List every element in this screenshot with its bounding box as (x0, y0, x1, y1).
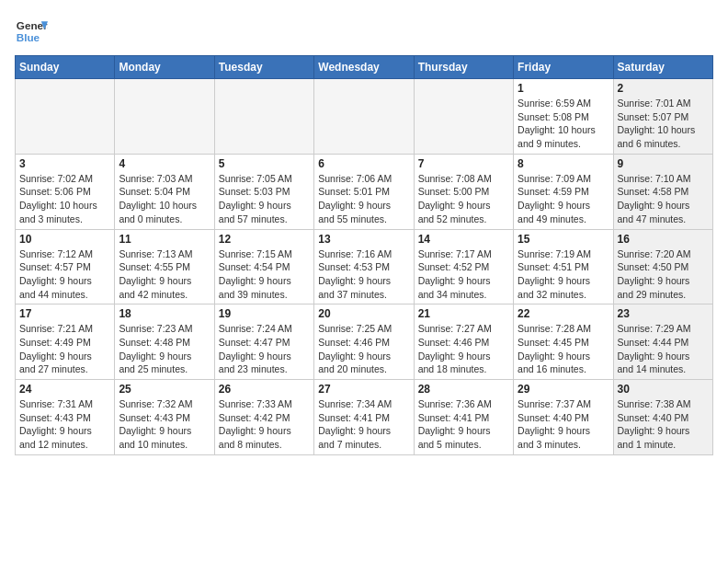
calendar-week: 10Sunrise: 7:12 AM Sunset: 4:57 PM Dayli… (16, 229, 713, 304)
calendar: SundayMondayTuesdayWednesdayThursdayFrid… (15, 55, 713, 455)
calendar-cell: 10Sunrise: 7:12 AM Sunset: 4:57 PM Dayli… (16, 229, 115, 304)
day-number: 29 (518, 383, 609, 396)
calendar-cell (314, 79, 414, 155)
calendar-cell (214, 79, 313, 155)
day-info: Sunrise: 7:06 AM Sunset: 5:01 PM Dayligh… (318, 172, 409, 226)
calendar-cell: 1Sunrise: 6:59 AM Sunset: 5:08 PM Daylig… (514, 79, 613, 155)
weekday-header: Friday (514, 56, 613, 79)
day-number: 13 (318, 233, 409, 246)
calendar-cell: 27Sunrise: 7:34 AM Sunset: 4:41 PM Dayli… (314, 380, 414, 455)
calendar-cell: 16Sunrise: 7:20 AM Sunset: 4:50 PM Dayli… (613, 229, 712, 304)
calendar-cell: 21Sunrise: 7:27 AM Sunset: 4:46 PM Dayli… (414, 304, 513, 380)
calendar-week: 1Sunrise: 6:59 AM Sunset: 5:08 PM Daylig… (16, 79, 713, 155)
day-info: Sunrise: 7:24 AM Sunset: 4:47 PM Dayligh… (219, 322, 310, 376)
day-number: 19 (219, 307, 310, 320)
calendar-cell: 9Sunrise: 7:10 AM Sunset: 4:58 PM Daylig… (613, 154, 712, 229)
calendar-cell: 5Sunrise: 7:05 AM Sunset: 5:03 PM Daylig… (214, 154, 313, 229)
day-number: 1 (518, 82, 609, 95)
day-info: Sunrise: 6:59 AM Sunset: 5:08 PM Dayligh… (518, 97, 609, 151)
calendar-cell: 11Sunrise: 7:13 AM Sunset: 4:55 PM Dayli… (115, 229, 214, 304)
day-info: Sunrise: 7:37 AM Sunset: 4:40 PM Dayligh… (518, 397, 609, 452)
day-number: 9 (618, 157, 709, 170)
day-info: Sunrise: 7:01 AM Sunset: 5:07 PM Dayligh… (618, 97, 709, 151)
day-number: 7 (418, 157, 509, 170)
day-number: 17 (19, 307, 110, 320)
day-number: 27 (318, 383, 409, 396)
calendar-cell: 28Sunrise: 7:36 AM Sunset: 4:41 PM Dayli… (414, 380, 513, 455)
day-info: Sunrise: 7:32 AM Sunset: 4:43 PM Dayligh… (119, 397, 210, 452)
calendar-cell: 26Sunrise: 7:33 AM Sunset: 4:42 PM Dayli… (214, 380, 313, 455)
logo-icon: General Blue (15, 15, 48, 48)
day-number: 22 (518, 307, 609, 320)
day-info: Sunrise: 7:31 AM Sunset: 4:43 PM Dayligh… (19, 397, 110, 452)
day-info: Sunrise: 7:25 AM Sunset: 4:46 PM Dayligh… (318, 322, 409, 376)
day-number: 12 (219, 233, 310, 246)
calendar-cell: 4Sunrise: 7:03 AM Sunset: 5:04 PM Daylig… (115, 154, 214, 229)
svg-text:Blue: Blue (17, 31, 40, 43)
day-info: Sunrise: 7:33 AM Sunset: 4:42 PM Dayligh… (219, 397, 310, 452)
day-info: Sunrise: 7:08 AM Sunset: 5:00 PM Dayligh… (418, 172, 509, 226)
day-info: Sunrise: 7:13 AM Sunset: 4:55 PM Dayligh… (119, 247, 210, 302)
day-info: Sunrise: 7:19 AM Sunset: 4:51 PM Dayligh… (518, 247, 609, 302)
calendar-cell (16, 79, 115, 155)
day-info: Sunrise: 7:12 AM Sunset: 4:57 PM Dayligh… (19, 247, 110, 302)
day-number: 16 (618, 233, 709, 246)
calendar-cell (115, 79, 214, 155)
day-number: 15 (518, 233, 609, 246)
weekday-header: Thursday (414, 56, 513, 79)
day-number: 18 (119, 307, 210, 320)
day-info: Sunrise: 7:16 AM Sunset: 4:53 PM Dayligh… (318, 247, 409, 302)
calendar-header: SundayMondayTuesdayWednesdayThursdayFrid… (16, 56, 713, 79)
calendar-cell: 14Sunrise: 7:17 AM Sunset: 4:52 PM Dayli… (414, 229, 513, 304)
calendar-cell: 25Sunrise: 7:32 AM Sunset: 4:43 PM Dayli… (115, 380, 214, 455)
day-number: 10 (19, 233, 110, 246)
calendar-cell: 20Sunrise: 7:25 AM Sunset: 4:46 PM Dayli… (314, 304, 414, 380)
day-info: Sunrise: 7:21 AM Sunset: 4:49 PM Dayligh… (19, 322, 110, 376)
day-info: Sunrise: 7:29 AM Sunset: 4:44 PM Dayligh… (618, 322, 709, 376)
day-info: Sunrise: 7:38 AM Sunset: 4:40 PM Dayligh… (618, 397, 709, 452)
calendar-cell: 7Sunrise: 7:08 AM Sunset: 5:00 PM Daylig… (414, 154, 513, 229)
calendar-week: 24Sunrise: 7:31 AM Sunset: 4:43 PM Dayli… (16, 380, 713, 455)
calendar-cell: 13Sunrise: 7:16 AM Sunset: 4:53 PM Dayli… (314, 229, 414, 304)
day-number: 24 (19, 383, 110, 396)
calendar-cell: 15Sunrise: 7:19 AM Sunset: 4:51 PM Dayli… (514, 229, 613, 304)
day-number: 25 (119, 383, 210, 396)
weekday-header: Sunday (16, 56, 115, 79)
day-info: Sunrise: 7:28 AM Sunset: 4:45 PM Dayligh… (518, 322, 609, 376)
day-info: Sunrise: 7:27 AM Sunset: 4:46 PM Dayligh… (418, 322, 509, 376)
day-number: 30 (618, 383, 709, 396)
day-info: Sunrise: 7:10 AM Sunset: 4:58 PM Dayligh… (618, 172, 709, 226)
calendar-cell: 12Sunrise: 7:15 AM Sunset: 4:54 PM Dayli… (214, 229, 313, 304)
day-number: 2 (618, 82, 709, 95)
day-info: Sunrise: 7:09 AM Sunset: 4:59 PM Dayligh… (518, 172, 609, 226)
calendar-week: 3Sunrise: 7:02 AM Sunset: 5:06 PM Daylig… (16, 154, 713, 229)
calendar-cell: 2Sunrise: 7:01 AM Sunset: 5:07 PM Daylig… (613, 79, 712, 155)
day-info: Sunrise: 7:03 AM Sunset: 5:04 PM Dayligh… (119, 172, 210, 226)
day-number: 8 (518, 157, 609, 170)
day-info: Sunrise: 7:23 AM Sunset: 4:48 PM Dayligh… (119, 322, 210, 376)
day-info: Sunrise: 7:34 AM Sunset: 4:41 PM Dayligh… (318, 397, 409, 452)
day-info: Sunrise: 7:15 AM Sunset: 4:54 PM Dayligh… (219, 247, 310, 302)
day-number: 4 (119, 157, 210, 170)
calendar-body: 1Sunrise: 6:59 AM Sunset: 5:08 PM Daylig… (16, 79, 713, 455)
calendar-cell: 8Sunrise: 7:09 AM Sunset: 4:59 PM Daylig… (514, 154, 613, 229)
day-info: Sunrise: 7:02 AM Sunset: 5:06 PM Dayligh… (19, 172, 110, 226)
calendar-cell: 23Sunrise: 7:29 AM Sunset: 4:44 PM Dayli… (613, 304, 712, 380)
calendar-cell: 30Sunrise: 7:38 AM Sunset: 4:40 PM Dayli… (613, 380, 712, 455)
day-number: 21 (418, 307, 509, 320)
calendar-cell: 29Sunrise: 7:37 AM Sunset: 4:40 PM Dayli… (514, 380, 613, 455)
calendar-cell: 19Sunrise: 7:24 AM Sunset: 4:47 PM Dayli… (214, 304, 313, 380)
page-header: General Blue (15, 15, 713, 48)
day-number: 3 (19, 157, 110, 170)
weekday-header: Tuesday (214, 56, 313, 79)
calendar-cell: 3Sunrise: 7:02 AM Sunset: 5:06 PM Daylig… (16, 154, 115, 229)
day-info: Sunrise: 7:05 AM Sunset: 5:03 PM Dayligh… (219, 172, 310, 226)
calendar-week: 17Sunrise: 7:21 AM Sunset: 4:49 PM Dayli… (16, 304, 713, 380)
day-info: Sunrise: 7:36 AM Sunset: 4:41 PM Dayligh… (418, 397, 509, 452)
day-number: 28 (418, 383, 509, 396)
logo: General Blue (15, 15, 48, 48)
weekday-header: Saturday (613, 56, 712, 79)
calendar-cell: 22Sunrise: 7:28 AM Sunset: 4:45 PM Dayli… (514, 304, 613, 380)
day-number: 23 (618, 307, 709, 320)
day-number: 5 (219, 157, 310, 170)
